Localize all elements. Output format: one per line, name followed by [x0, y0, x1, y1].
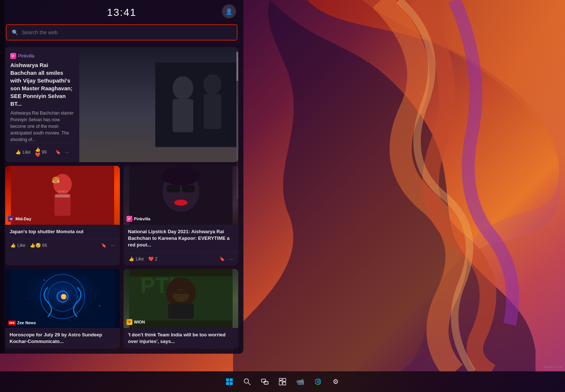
taskbar: 📹 ⚙ — [0, 371, 565, 392]
svg-point-30 — [70, 320, 70, 321]
card-image-featured — [79, 47, 238, 162]
clock-display: 13:41 — [107, 7, 136, 18]
count-2: 66 — [42, 243, 47, 248]
card-title-small: Japan's top shuttler Momota out — [10, 228, 115, 235]
svg-rect-39 — [230, 378, 233, 381]
svg-text:♊: ♊ — [60, 294, 67, 300]
left-edge — [0, 0, 4, 354]
svg-line-43 — [248, 383, 250, 385]
card-small-text-3: Horoscope for July 29 by Astro Sundeep K… — [5, 328, 120, 349]
svg-rect-41 — [230, 382, 233, 385]
news-card-lipstick[interactable]: P Pinkvilla National Lipstick Day 2021: … — [124, 166, 238, 265]
svg-point-27 — [84, 278, 85, 279]
search-taskbar-icon[interactable] — [239, 374, 255, 390]
reaction-count-3: ❤️ 2 — [148, 256, 157, 262]
news-card-badminton[interactable]: YONEX 😤 M Mid-Day Japan's top shuttler M… — [5, 166, 120, 265]
svg-rect-5 — [155, 62, 236, 147]
card-text: P Pinkvilla Aishwarya Rai Bachchan all s… — [5, 47, 79, 162]
action-bar: 👍 Like 👍❤️ 99 🔖 ··· — [10, 143, 74, 161]
reaction-count-2: 👍😢 66 — [30, 243, 47, 248]
news-panel: 13:41 👤 🔍 P Pinkvilla Aishwarya Rai Bach… — [0, 0, 243, 354]
watermark: mswin.com — [544, 365, 562, 369]
svg-point-26 — [44, 279, 45, 280]
profile-button[interactable]: 👤 — [222, 4, 236, 18]
svg-point-17 — [162, 167, 200, 185]
task-view-icon[interactable] — [257, 374, 273, 390]
svg-rect-40 — [226, 382, 229, 385]
svg-rect-47 — [283, 378, 286, 381]
count: 99 — [42, 150, 46, 155]
bookmark-button[interactable]: 🔖 — [55, 150, 61, 155]
svg-rect-46 — [279, 378, 282, 380]
profile-icon: 👤 — [225, 8, 233, 15]
edge-icon[interactable] — [310, 374, 326, 390]
emoji-reactions: 👍❤️ — [35, 147, 41, 157]
card-title: Aishwarya Rai Bachchan all smiles with V… — [10, 61, 74, 108]
wion-logo: W — [126, 319, 132, 325]
card-image-lipstick: P Pinkvilla — [124, 166, 238, 225]
bookmark-button-3[interactable]: 🔖 — [219, 256, 225, 262]
action-bar-small: 👍 Like 👍😢 66 🔖 ··· — [5, 239, 120, 252]
windows-start-icon[interactable] — [221, 374, 238, 390]
source-name: Pinkvilla — [18, 53, 34, 59]
emoji-reactions-3: ❤️ — [148, 256, 154, 262]
svg-rect-37 — [168, 304, 194, 319]
svg-point-42 — [244, 379, 249, 383]
search-bar-container: 🔍 — [0, 22, 243, 46]
svg-rect-14 — [167, 185, 180, 192]
count-3: 2 — [155, 256, 157, 262]
svg-point-29 — [99, 305, 100, 306]
card-title-small-2: National Lipstick Day 2021: Aishwarya Ra… — [128, 228, 234, 249]
svg-rect-15 — [182, 185, 195, 192]
card-small-text-2: National Lipstick Day 2021: Aishwarya Ra… — [124, 225, 238, 252]
like-icon: 👍 — [15, 150, 21, 155]
svg-point-28 — [29, 298, 30, 299]
svg-rect-45 — [264, 381, 268, 384]
svg-text:YONEX: YONEX — [57, 190, 68, 193]
search-input[interactable] — [22, 29, 232, 35]
svg-rect-36 — [173, 290, 189, 294]
more-button-2[interactable]: ··· — [111, 243, 115, 248]
pinkvilla-logo-small: P — [126, 216, 132, 222]
source-badge: P Pinkvilla — [10, 53, 74, 59]
taskbar-icons: 📹 ⚙ — [221, 374, 344, 390]
zee-logo: zee — [8, 321, 16, 325]
widgets-icon[interactable] — [274, 374, 291, 390]
source-logo: P — [10, 53, 16, 59]
midday-logo-small: M — [8, 216, 14, 222]
like-button-3[interactable]: 👍 Like — [129, 256, 144, 262]
reaction-count: 👍❤️ 99 — [35, 147, 46, 157]
svg-rect-9 — [55, 195, 70, 197]
more-button-3[interactable]: ··· — [229, 256, 233, 262]
news-card-wion[interactable]: PTI W WION — [124, 269, 238, 349]
card-image-wion: PTI W WION — [124, 269, 238, 328]
like-button[interactable]: 👍 Like — [15, 150, 31, 155]
bookmark-button-2[interactable]: 🔖 — [101, 243, 107, 248]
search-bar[interactable]: 🔍 — [6, 24, 238, 41]
like-label-3: Like — [136, 256, 144, 262]
svg-rect-19 — [174, 202, 188, 203]
news-card-horoscope[interactable]: ♊ zee Zee News — [5, 269, 120, 349]
search-icon: 🔍 — [12, 29, 18, 35]
scroll-thumb[interactable] — [236, 52, 238, 81]
card-title-wion: 'I don't think Team India will be too wo… — [128, 332, 234, 345]
card-row-1: YONEX 😤 M Mid-Day Japan's top shuttler M… — [5, 166, 238, 265]
card-image-horoscope: ♊ zee Zee News — [5, 269, 120, 328]
card-description: Aishwarya Rai Bachchan starrer Ponniyin … — [10, 110, 74, 143]
like-button-2[interactable]: 👍 Like — [10, 243, 25, 248]
like-icon-2: 👍 — [10, 243, 16, 248]
emoji-reactions-2: 👍😢 — [30, 243, 41, 248]
news-card-featured-1[interactable]: P Pinkvilla Aishwarya Rai Bachchan all s… — [5, 47, 238, 162]
meet-icon[interactable]: 📹 — [292, 374, 308, 390]
card-title-horoscope: Horoscope for July 29 by Astro Sundeep K… — [10, 332, 115, 345]
more-button[interactable]: ··· — [65, 150, 69, 155]
like-label-2: Like — [17, 243, 25, 248]
card-small-text-4: 'I don't think Team India will be too wo… — [124, 328, 238, 349]
settings-icon[interactable]: ⚙ — [327, 374, 344, 390]
card-row-2: ♊ zee Zee News — [5, 269, 238, 349]
action-bar-small-2: 👍 Like ❤️ 2 🔖 ··· — [124, 252, 238, 265]
scroll-track — [236, 52, 238, 199]
like-label: Like — [22, 150, 31, 155]
news-feed: P Pinkvilla Aishwarya Rai Bachchan all s… — [0, 46, 243, 354]
card-image-badminton: YONEX 😤 M Mid-Day — [5, 166, 120, 225]
